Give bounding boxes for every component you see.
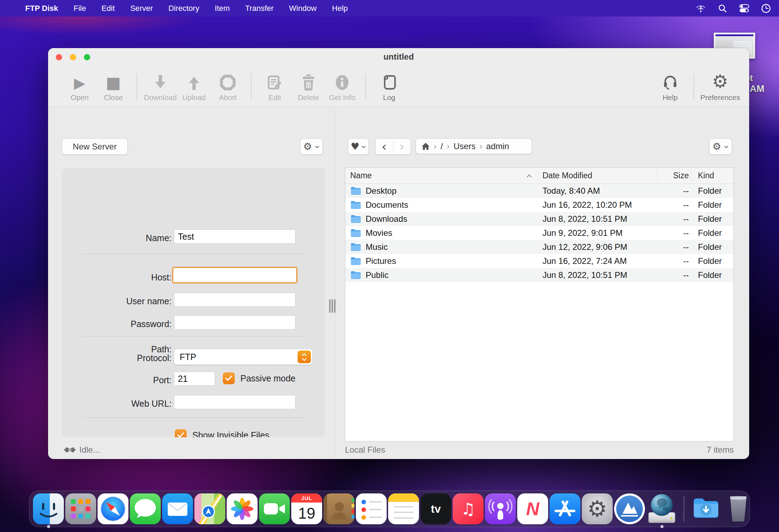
dock-calendar-icon[interactable]: JUL 19 bbox=[291, 493, 322, 524]
dock-trash-icon[interactable] bbox=[723, 493, 754, 524]
dock-contacts-icon[interactable] bbox=[324, 493, 354, 524]
upload-button[interactable]: Upload bbox=[177, 69, 211, 105]
column-header-kind[interactable]: Kind bbox=[698, 168, 714, 184]
control-center-icon[interactable] bbox=[739, 3, 750, 14]
info-icon bbox=[335, 72, 349, 91]
dock-ftp-disk-icon[interactable] bbox=[646, 493, 677, 524]
file-row-documents[interactable]: DocumentsJun 16, 2022, 10:20 PM --Folder bbox=[345, 198, 733, 212]
new-server-button[interactable]: New Server bbox=[62, 138, 128, 155]
dock-maps-icon[interactable] bbox=[194, 493, 225, 524]
delete-button[interactable]: Delete bbox=[292, 69, 325, 105]
column-header-size[interactable]: Size bbox=[657, 168, 689, 184]
show-invisible-label: Show Invisible Files bbox=[192, 430, 269, 438]
file-actions-menu-button[interactable]: ⚙ bbox=[709, 138, 732, 155]
play-icon: ▶ bbox=[74, 72, 85, 91]
menu-server[interactable]: Server bbox=[130, 4, 153, 13]
breadcrumb-users[interactable]: Users bbox=[453, 141, 475, 151]
log-scroll-icon bbox=[382, 72, 397, 91]
heart-icon: ♥ bbox=[351, 142, 359, 152]
dock-settings-icon[interactable]: ⚙ bbox=[582, 493, 613, 524]
port-field[interactable]: 21 bbox=[174, 372, 215, 386]
user-name-field[interactable] bbox=[174, 293, 295, 307]
dock-podcasts-icon[interactable] bbox=[485, 493, 516, 524]
protocol-value: FTP bbox=[180, 352, 196, 362]
server-actions-menu-button[interactable]: ⚙ bbox=[300, 138, 323, 155]
host-field[interactable] bbox=[172, 267, 298, 284]
folder-icon bbox=[350, 214, 361, 224]
app-menu[interactable]: FTP Disk bbox=[25, 4, 58, 13]
menu-file[interactable]: File bbox=[74, 4, 86, 13]
file-row-downloads[interactable]: DownloadsJun 8, 2022, 10:51 PM --Folder bbox=[345, 212, 733, 226]
dock: JUL 19 tv ♫ bbox=[29, 491, 750, 527]
forward-button[interactable]: › bbox=[393, 140, 411, 153]
file-list-header: Name Date Modified Size Kind bbox=[345, 168, 733, 184]
menu-edit[interactable]: Edit bbox=[101, 4, 115, 13]
home-icon[interactable] bbox=[421, 142, 430, 150]
dock-facetime-icon[interactable] bbox=[259, 493, 290, 524]
chevron-down-icon bbox=[361, 144, 366, 149]
dock-finder-icon[interactable] bbox=[33, 493, 64, 524]
file-row-desktop[interactable]: DesktopToday, 8:40 AM --Folder bbox=[345, 184, 733, 198]
close-button[interactable]: ■ Close bbox=[96, 69, 130, 105]
trash-icon bbox=[301, 72, 315, 91]
news-label: N bbox=[517, 493, 548, 524]
preferences-button[interactable]: ⚙ Preferences bbox=[700, 69, 740, 105]
menu-help[interactable]: Help bbox=[332, 4, 348, 13]
chevron-down-icon bbox=[724, 144, 729, 149]
log-button[interactable]: Log bbox=[372, 69, 406, 105]
show-invisible-checkbox[interactable] bbox=[175, 429, 187, 437]
column-header-date[interactable]: Date Modified bbox=[542, 168, 592, 184]
dock-mountain-app-icon[interactable] bbox=[614, 493, 645, 524]
dock-reminders-icon[interactable] bbox=[356, 493, 387, 524]
wifi-alert-icon[interactable] bbox=[695, 3, 706, 14]
web-url-field[interactable] bbox=[174, 395, 295, 409]
dock-news-icon[interactable]: N bbox=[517, 493, 548, 524]
dock-mail-icon[interactable] bbox=[162, 493, 193, 524]
download-button[interactable]: Download bbox=[144, 69, 177, 105]
folder-icon bbox=[350, 228, 361, 238]
passive-mode-label: Passive mode bbox=[240, 373, 295, 384]
menu-window[interactable]: Window bbox=[289, 4, 317, 13]
file-row-movies[interactable]: MoviesJun 9, 2022, 9:01 PM --Folder bbox=[345, 226, 733, 240]
dock-downloads-icon[interactable] bbox=[691, 493, 721, 524]
password-field[interactable] bbox=[174, 315, 295, 330]
dock-appstore-icon[interactable] bbox=[550, 493, 580, 524]
dock-launchpad-icon[interactable] bbox=[65, 493, 96, 524]
dock-appletv-icon[interactable]: tv bbox=[420, 493, 451, 524]
protocol-label: Protocol: bbox=[75, 353, 172, 363]
breadcrumb-admin[interactable]: admin bbox=[486, 141, 509, 151]
abort-button[interactable]: Abort bbox=[211, 69, 245, 105]
dock-music-icon[interactable]: ♫ bbox=[453, 493, 484, 524]
get-info-button[interactable]: Get Info bbox=[325, 69, 359, 105]
clock-icon[interactable] bbox=[761, 3, 771, 14]
column-header-name[interactable]: Name bbox=[350, 168, 372, 184]
disconnected-plug-icon bbox=[64, 447, 76, 453]
menu-bar: FTP Disk File Edit Server Directory Item… bbox=[0, 0, 779, 16]
menu-transfer[interactable]: Transfer bbox=[245, 4, 274, 13]
dock-photos-icon[interactable] bbox=[227, 493, 258, 524]
dock-notes-icon[interactable] bbox=[388, 493, 419, 524]
protocol-select[interactable]: FTP bbox=[174, 349, 312, 365]
help-button[interactable]: Help bbox=[653, 69, 687, 105]
passive-mode-checkbox[interactable] bbox=[223, 372, 235, 384]
panel-splitter-handle[interactable] bbox=[329, 299, 335, 313]
gear-icon: ⚙ bbox=[712, 72, 728, 91]
appletv-label: tv bbox=[420, 493, 451, 524]
open-button[interactable]: ▶ Open bbox=[63, 69, 96, 105]
search-icon[interactable] bbox=[717, 3, 728, 14]
headphones-icon bbox=[662, 72, 678, 91]
file-row-music[interactable]: MusicJun 12, 2022, 9:06 PM --Folder bbox=[345, 240, 733, 254]
menu-item[interactable]: Item bbox=[215, 4, 230, 13]
user-name-label: User name: bbox=[75, 296, 172, 306]
dock-safari-icon[interactable] bbox=[98, 493, 128, 524]
file-row-pictures[interactable]: PicturesJun 16, 2022, 7:24 AM --Folder bbox=[345, 254, 733, 268]
back-button[interactable]: ‹ bbox=[375, 140, 393, 153]
edit-button[interactable]: Edit bbox=[258, 69, 292, 105]
favorites-menu-button[interactable]: ♥ bbox=[348, 138, 369, 155]
file-row-public[interactable]: PublicJun 8, 2022, 10:51 PM --Folder bbox=[345, 268, 733, 282]
folder-icon bbox=[350, 257, 361, 266]
name-field[interactable]: Test bbox=[174, 230, 295, 244]
dock-messages-icon[interactable] bbox=[130, 493, 161, 524]
menu-directory[interactable]: Directory bbox=[168, 4, 199, 13]
breadcrumb-root[interactable]: / bbox=[440, 141, 443, 151]
